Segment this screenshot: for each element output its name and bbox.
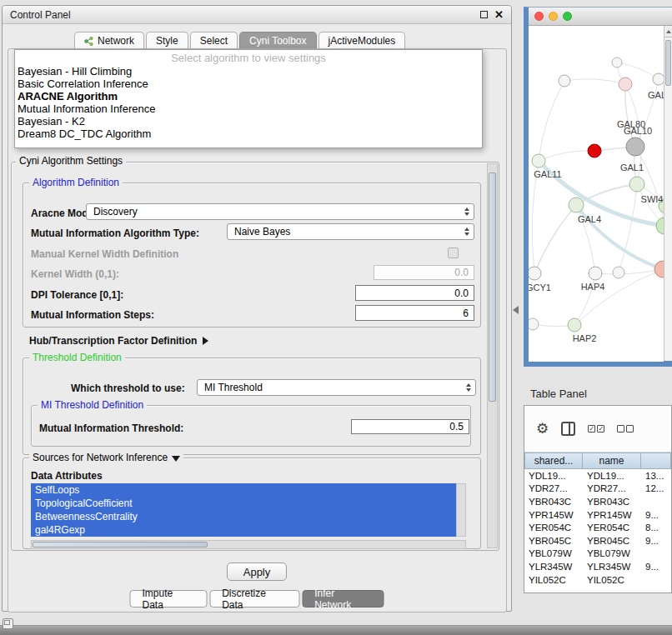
- algorithm-option[interactable]: Bayesian - K2: [15, 115, 482, 128]
- bottom-tab-discretize-data[interactable]: Discretize Data: [209, 590, 299, 608]
- attributes-vscrollbar[interactable]: [456, 483, 466, 537]
- table-row[interactable]: YIL052CYIL052C: [524, 573, 671, 587]
- node-label: GAL11: [534, 169, 561, 179]
- attribute-list-item[interactable]: TopologicalCoefficient: [31, 497, 456, 510]
- table-row[interactable]: YER054CYER054C8...: [524, 521, 671, 534]
- network-edge[interactable]: [617, 62, 659, 79]
- network-edge[interactable]: [539, 81, 564, 161]
- which-threshold-select[interactable]: MI Threshold: [197, 379, 476, 396]
- network-node[interactable]: [529, 318, 539, 330]
- algorithm-option[interactable]: Basic Correlation Inference: [15, 78, 482, 90]
- network-node-hap2[interactable]: [568, 318, 581, 332]
- network-node-gal10[interactable]: [626, 138, 644, 156]
- network-titlebar[interactable]: [529, 8, 672, 26]
- minimize-traffic-light-icon[interactable]: [549, 12, 558, 21]
- network-node[interactable]: [656, 218, 664, 234]
- tab-cyni-toolbox[interactable]: Cyni Toolbox: [239, 32, 316, 49]
- network-node-gal1[interactable]: [629, 177, 644, 192]
- close-traffic-light-icon[interactable]: [534, 12, 544, 21]
- network-node[interactable]: [588, 144, 601, 158]
- network-node-gal80[interactable]: [619, 78, 632, 91]
- split-pane-handle[interactable]: [513, 306, 519, 314]
- expand-right-icon: [203, 337, 208, 345]
- table-cell: 12...: [641, 482, 671, 496]
- network-node[interactable]: [612, 58, 622, 68]
- tab-select[interactable]: Select: [190, 32, 238, 49]
- mi-type-label: Mutual Information Algorithm Type:: [31, 228, 199, 239]
- zoom-traffic-light-icon[interactable]: [563, 12, 572, 21]
- kernel-width-field[interactable]: 0.0: [374, 265, 474, 280]
- algorithm-option[interactable]: ARACNE Algorithm: [15, 90, 482, 102]
- column-header[interactable]: shared...: [524, 452, 583, 469]
- dpi-tolerance-field[interactable]: 0.0: [355, 285, 474, 301]
- table-row[interactable]: YBR043CYBR043C: [524, 495, 671, 508]
- network-vscrollbar-thumb[interactable]: [665, 40, 671, 86]
- tab-jactivemodules[interactable]: jActiveModules: [318, 32, 406, 49]
- table-row[interactable]: YPR145WYPR145W9...: [524, 508, 671, 522]
- algorithm-placeholder: Select algorithm to view settings: [15, 52, 482, 65]
- table-row[interactable]: YBL079WYBL079W: [524, 548, 671, 561]
- table-row[interactable]: YBR045CYBR045C9...: [524, 534, 671, 548]
- column-selector-icon[interactable]: [561, 422, 575, 436]
- attribute-list-item[interactable]: BetweennessCentrality: [31, 510, 456, 523]
- network-edge[interactable]: [576, 184, 637, 205]
- deselect-all-checkboxes-icon[interactable]: [617, 425, 634, 432]
- collapsed-panel-icon[interactable]: [3, 618, 13, 629]
- table-row[interactable]: YDR27...YDR27...12...: [524, 482, 671, 496]
- attributes-hscrollbar-thumb[interactable]: [33, 542, 208, 548]
- attributes-hscrollbar[interactable]: [31, 540, 466, 549]
- apply-button[interactable]: Apply: [227, 562, 287, 581]
- select-all-checkboxes-icon[interactable]: ✓✓: [588, 425, 604, 432]
- settings-scrollbar-thumb[interactable]: [489, 172, 496, 402]
- float-window-icon[interactable]: [480, 11, 488, 18]
- settings-scrollbar[interactable]: [487, 163, 498, 548]
- tab-style[interactable]: Style: [146, 32, 188, 49]
- network-edge[interactable]: [539, 151, 594, 161]
- mi-threshold-field[interactable]: 0.5: [351, 419, 469, 434]
- data-attributes-label: Data Attributes: [31, 470, 103, 482]
- mi-steps-field[interactable]: 6: [355, 305, 474, 321]
- bottom-tab-impute-data[interactable]: Impute Data: [130, 590, 208, 608]
- attribute-list-item[interactable]: gal4RGexp: [31, 523, 456, 537]
- table-row[interactable]: YDL19...YDL19...13...: [524, 469, 671, 482]
- column-header[interactable]: name: [583, 452, 641, 469]
- aracne-mode-value: Discovery: [93, 206, 138, 218]
- algorithm-option[interactable]: Mutual Information Inference: [15, 102, 482, 115]
- table-cell: YDL19...: [583, 469, 641, 482]
- network-node-gal4[interactable]: [569, 198, 584, 212]
- network-node[interactable]: [613, 267, 624, 278]
- network-node-gal[interactable]: [653, 73, 664, 85]
- network-edge[interactable]: [619, 184, 637, 272]
- network-node-gcy1[interactable]: [529, 267, 541, 280]
- scroll-up-button[interactable]: [664, 26, 672, 38]
- algorithm-option[interactable]: Bayesian - Hill Climbing: [15, 65, 482, 78]
- aracne-mode-select[interactable]: Discovery: [86, 203, 474, 220]
- algorithm-option[interactable]: Dream8 DC_TDC Algorithm: [15, 128, 482, 140]
- table-cell: [641, 548, 671, 561]
- sources-toggle[interactable]: Sources for Network Inference: [29, 452, 183, 463]
- column-header[interactable]: [641, 452, 671, 469]
- hub-section-toggle[interactable]: Hub/Transcription Factor Definition: [29, 335, 208, 347]
- mi-type-select[interactable]: Naive Bayes: [227, 223, 474, 240]
- attribute-list-item[interactable]: SelfLoops: [31, 483, 456, 497]
- tab-network[interactable]: Network: [74, 32, 144, 49]
- network-node-gal11[interactable]: [532, 154, 545, 168]
- tab-label: Style: [156, 35, 178, 47]
- control-panel-titlebar[interactable]: Control Panel ✕: [3, 6, 511, 24]
- table-cell: YER054C: [583, 521, 641, 534]
- network-node[interactable]: [654, 261, 664, 278]
- network-edge[interactable]: [564, 79, 625, 84]
- network-vscrollbar[interactable]: [664, 26, 672, 361]
- close-icon[interactable]: ✕: [494, 9, 504, 20]
- table-cell: YPR145W: [583, 508, 641, 522]
- table-row[interactable]: YLR345WYLR345W9...: [524, 560, 671, 573]
- gene-table-body: YDL19...YDL19...13...YDR27...YDR27...12.…: [524, 469, 671, 592]
- network-canvas[interactable]: GAL80GALGAL10GAL11GAL1SWI4GAL4GCY1HAP4HA…: [529, 26, 664, 362]
- network-edge[interactable]: [534, 205, 576, 273]
- manual-kernel-checkbox[interactable]: [448, 248, 459, 258]
- tab-label: Network: [98, 35, 134, 47]
- network-node-hap4[interactable]: [589, 267, 602, 280]
- bottom-tab-infer-network[interactable]: Infer Network: [302, 590, 384, 608]
- settings-gear-icon[interactable]: ⚙: [536, 422, 549, 436]
- network-node[interactable]: [559, 75, 570, 87]
